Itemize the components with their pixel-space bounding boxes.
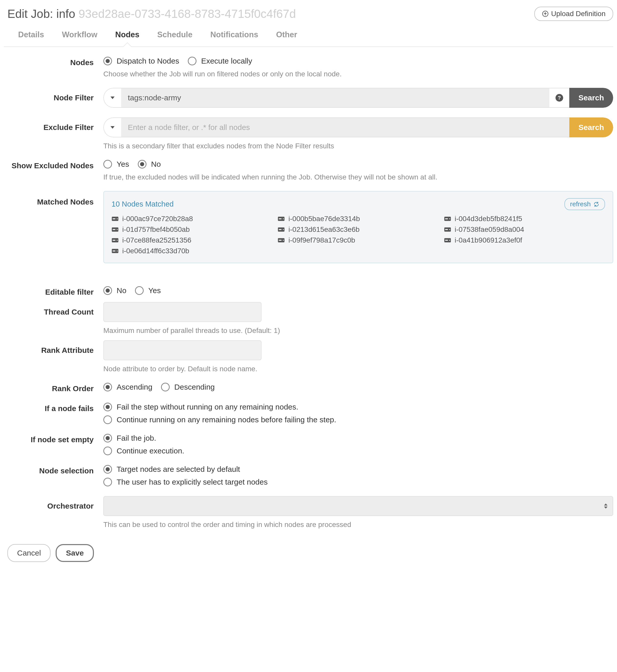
tab-details[interactable]: Details: [16, 25, 47, 46]
radio-dot-icon: [104, 160, 112, 169]
matched-node-item[interactable]: i-0a41b906912a3ef0f: [444, 236, 605, 244]
radio-dot-icon: [104, 415, 112, 424]
tab-nodes[interactable]: Nodes: [113, 25, 142, 46]
radio-dot-icon: [104, 465, 112, 474]
cancel-button[interactable]: Cancel: [7, 544, 50, 562]
exclude-filter-input[interactable]: [121, 118, 569, 137]
node-id: i-000b5bae76de3314b: [288, 215, 360, 223]
radio-dot-icon: [188, 57, 196, 65]
svg-rect-6: [279, 218, 282, 219]
tab-other[interactable]: Other: [273, 25, 300, 46]
radio-show-excluded-no[interactable]: No: [138, 160, 161, 169]
tab-schedule[interactable]: Schedule: [155, 25, 195, 46]
exclude-filter-search-button[interactable]: Search: [569, 118, 613, 137]
svg-point-2: [117, 218, 118, 219]
title-prefix: Edit Job:: [7, 7, 56, 20]
svg-rect-24: [279, 240, 282, 241]
matched-node-item[interactable]: i-07538fae059d8a004: [444, 225, 605, 233]
svg-point-14: [283, 229, 284, 230]
radio-dot-icon: [104, 434, 112, 443]
node-filter-group: ? Search: [104, 88, 613, 108]
radio-continue-execution[interactable]: Continue execution.: [104, 447, 613, 455]
matched-node-item[interactable]: i-07ce88fea25251356: [112, 236, 272, 244]
node-id: i-000ac97ce720b28a8: [122, 215, 193, 223]
svg-point-20: [117, 240, 118, 241]
node-filter-input[interactable]: [121, 88, 549, 108]
thread-count-input[interactable]: [104, 302, 261, 322]
node-filter-search-button[interactable]: Search: [569, 88, 613, 108]
matched-node-item[interactable]: i-0213d615ea63c3e6b: [278, 225, 439, 233]
hdd-icon: [278, 216, 285, 221]
label-exclude-filter: Exclude Filter: [4, 118, 104, 132]
matched-node-item[interactable]: i-000ac97ce720b28a8: [112, 215, 272, 223]
orchestrator-select[interactable]: [104, 496, 613, 516]
node-filter-dropdown-toggle[interactable]: [104, 88, 121, 108]
radio-label: Fail the step without running on any rem…: [117, 403, 298, 411]
matched-node-item[interactable]: i-004d3deb5fb8241f5: [444, 215, 605, 223]
radio-label: Ascending: [117, 383, 152, 391]
label-rank-attribute: Rank Attribute: [4, 340, 104, 355]
hdd-icon: [278, 238, 285, 243]
radio-label: Execute locally: [201, 57, 252, 65]
radio-rank-descending[interactable]: Descending: [161, 383, 215, 391]
label-node-selection: Node selection: [4, 465, 104, 475]
job-uuid: 93ed28ae-0733-4168-8783-4715f0c4f67d: [78, 7, 296, 20]
radio-execute-locally[interactable]: Execute locally: [188, 57, 252, 65]
svg-point-8: [449, 218, 450, 219]
tab-workflow[interactable]: Workflow: [59, 25, 100, 46]
radio-label: Fail the job.: [117, 434, 156, 443]
svg-point-26: [449, 240, 450, 241]
matched-nodes-grid: i-000ac97ce720b28a8i-000b5bae76de3314bi-…: [112, 215, 605, 255]
tab-notifications[interactable]: Notifications: [208, 25, 261, 46]
radio-dot-icon: [104, 286, 112, 295]
job-name: info: [56, 7, 75, 20]
radio-editable-yes[interactable]: Yes: [135, 286, 161, 295]
node-id: i-004d3deb5fb8241f5: [455, 215, 522, 223]
matched-node-item[interactable]: i-0e06d14ff6c33d70b: [112, 247, 272, 255]
radio-continue-remaining[interactable]: Continue running on any remaining nodes …: [104, 415, 613, 424]
svg-rect-27: [445, 240, 448, 241]
matched-node-item[interactable]: i-000b5bae76de3314b: [278, 215, 439, 223]
svg-point-5: [283, 218, 284, 219]
label-thread-count: Thread Count: [4, 302, 104, 316]
node-id: i-0213d615ea63c3e6b: [288, 225, 360, 233]
radio-label: No: [151, 160, 161, 169]
radio-label: Target nodes are selected by default: [117, 465, 240, 474]
radio-editable-no[interactable]: No: [104, 286, 126, 295]
radio-rank-ascending[interactable]: Ascending: [104, 383, 152, 391]
radio-fail-step[interactable]: Fail the step without running on any rem…: [104, 403, 613, 411]
radio-show-excluded-yes[interactable]: Yes: [104, 160, 129, 169]
radio-label: No: [117, 286, 126, 295]
upload-definition-button[interactable]: Upload Definition: [534, 7, 613, 21]
radio-dot-icon: [138, 160, 147, 169]
help-rank-attribute: Node attribute to order by. Default is n…: [104, 365, 613, 373]
exclude-filter-group: Search: [104, 118, 613, 137]
svg-point-29: [117, 250, 118, 251]
label-if-node-fails: If a node fails: [4, 403, 104, 413]
radio-dot-icon: [135, 286, 144, 295]
label-orchestrator: Orchestrator: [4, 496, 104, 510]
matched-node-item[interactable]: i-09f9ef798a17c9c0b: [278, 236, 439, 244]
save-button[interactable]: Save: [56, 544, 94, 562]
footer-actions: Cancel Save: [4, 529, 613, 562]
radio-label: Continue running on any remaining nodes …: [117, 415, 336, 424]
matched-nodes-title[interactable]: 10 Nodes Matched: [112, 200, 174, 208]
hdd-icon: [444, 238, 451, 243]
radio-label: The user has to explicitly select target…: [117, 478, 268, 486]
refresh-icon: [593, 201, 599, 207]
node-filter-help-button[interactable]: ?: [549, 88, 569, 108]
exclude-filter-dropdown-toggle[interactable]: [104, 118, 121, 137]
node-id: i-07538fae059d8a004: [455, 225, 524, 233]
help-thread-count: Maximum number of parallel threads to us…: [104, 327, 613, 335]
radio-target-default[interactable]: Target nodes are selected by default: [104, 465, 613, 474]
radio-dispatch-to-nodes[interactable]: Dispatch to Nodes: [104, 57, 179, 65]
rank-attribute-input[interactable]: [104, 340, 261, 360]
matched-node-item[interactable]: i-01d757fbef4b050ab: [112, 225, 272, 233]
upload-label: Upload Definition: [551, 10, 606, 18]
radio-dot-icon: [161, 383, 170, 391]
hdd-icon: [112, 238, 119, 243]
radio-user-select[interactable]: The user has to explicitly select target…: [104, 478, 613, 486]
radio-fail-job[interactable]: Fail the job.: [104, 434, 613, 443]
refresh-matched-button[interactable]: refresh: [565, 198, 605, 210]
question-icon: ?: [556, 94, 563, 102]
